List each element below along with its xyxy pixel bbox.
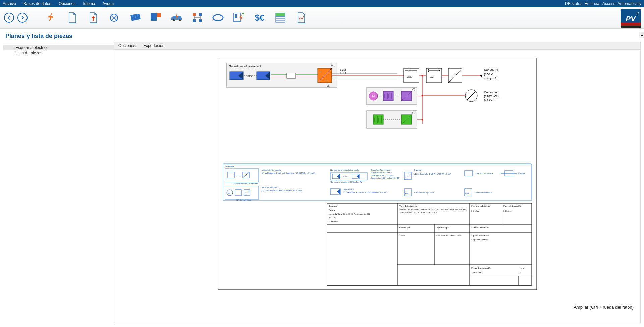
svg-text:Módulo PV: Módulo PV — [344, 188, 354, 190]
surface-title: Superficie fotovoltaica 1 — [229, 65, 261, 68]
svg-text:111321: 111321 — [329, 216, 336, 219]
shading-icon[interactable] — [107, 10, 121, 25]
diagram-canvas[interactable]: Superficie fotovoltaica 1 (1) 1 x 9 == 1… — [114, 50, 640, 312]
svg-rect-19 — [276, 16, 285, 22]
new-doc-icon[interactable] — [65, 10, 80, 25]
cable-loop-icon[interactable] — [211, 10, 225, 25]
svg-rect-16 — [235, 14, 237, 16]
svg-text:(1): (1) — [412, 111, 415, 114]
sub-toolbar: Opciones Exportación — [114, 42, 640, 50]
svg-rect-30 — [287, 73, 296, 78]
svg-rect-10 — [193, 13, 196, 16]
menu-ayuda[interactable]: Ayuda — [102, 1, 114, 6]
svg-text:Orientación 180°, Inclinación : Orientación 180°, Inclinación 30° — [371, 177, 400, 179]
load-doc-icon[interactable] — [86, 10, 101, 25]
svg-text:Consumo: Consumo — [484, 91, 497, 94]
ev-icon[interactable] — [169, 10, 184, 25]
svg-rect-6 — [151, 13, 157, 21]
svg-text:Contador reversible: Contador reversible — [475, 192, 492, 194]
svg-point-83 — [422, 119, 423, 121]
cabling-icon[interactable] — [190, 10, 205, 25]
page-title: Planes y lista de piezas — [0, 29, 644, 42]
svg-text:==: == — [320, 71, 322, 73]
svg-text:3,6 kWp: 3,6 kWp — [471, 209, 480, 212]
svg-text:Instalación de batería: Instalación de batería — [262, 169, 281, 171]
svg-text:Superficie fotovoltaica: Superficie fotovoltaica — [371, 169, 390, 171]
injection-meter: kWh — [404, 68, 419, 83]
svg-text:Creado por: Creado por — [399, 226, 410, 229]
svg-text:(1) Example, 200 Wp - Si polic: (1) Example, 200 Wp - Si policrystalline… — [344, 191, 387, 193]
svg-point-62 — [422, 95, 423, 97]
svg-text:N.º de vehículos: N.º de vehículos — [236, 199, 251, 201]
svg-text:Fecha de publicación: Fecha de publicación — [471, 267, 491, 269]
svg-text:M: M — [372, 94, 375, 98]
menu-bar: Archivo Bases de datos Opciones Idioma A… — [0, 0, 644, 7]
svg-text:Fases de inyección: Fases de inyección — [503, 205, 521, 207]
svg-text:(1) 1x Example, 22 kWh, 3700 k: (1) 1x Example, 22 kWh, 3700 kW, 21,6 kW… — [262, 189, 302, 191]
plans-icon[interactable] — [231, 10, 246, 25]
svg-text:1: 1 — [520, 271, 521, 274]
content-panel: Opciones Exportación Superficie fotovolt… — [114, 42, 641, 323]
svg-text:3-fásico: 3-fásico — [503, 209, 511, 212]
block-index-1: (1) — [331, 64, 334, 66]
svg-text:(1) 1x Example, 2 kW - AC Coup: (1) 1x Example, 2 kW - AC Coupling - 14,… — [262, 172, 315, 174]
svg-text:Solsta: Solsta — [329, 209, 335, 212]
tree-lista-piezas[interactable]: Lista de piezas — [3, 50, 114, 56]
svg-rect-17 — [235, 16, 237, 18]
load-symbol — [465, 90, 477, 102]
app-logo: pPV — [621, 9, 641, 28]
tree-esquema-electrico[interactable]: Esquema eléctrico — [3, 45, 114, 50]
svg-text:Inversor: Inversor — [414, 169, 422, 171]
svg-rect-13 — [199, 19, 202, 22]
subtool-opciones[interactable]: Opciones — [118, 43, 136, 48]
svg-text:13/08/2020: 13/08/2020 — [471, 271, 482, 274]
svg-text:(1): (1) — [412, 88, 415, 91]
svg-point-8 — [173, 19, 175, 21]
svg-text:Tipo de instalación: Tipo de instalación — [399, 205, 418, 207]
nav-forward-button[interactable] — [17, 13, 28, 23]
menu-bases-datos[interactable]: Bases de datos — [23, 1, 51, 6]
svg-text:(1) 1x Example, 1 MPP - 1700 W: (1) 1x Example, 1 MPP - 1700 W, 1,7 kW — [414, 173, 451, 175]
svg-rect-12 — [193, 19, 196, 22]
main-toolbar: $€ pPV — [0, 7, 644, 29]
results-icon[interactable] — [273, 10, 288, 25]
svg-text:(2287 kWh,: (2287 kWh, — [484, 95, 499, 98]
menu-opciones[interactable]: Opciones — [59, 1, 76, 6]
svg-rect-18 — [276, 13, 285, 16]
svg-text:Superficie fotovoltaica 1: Superficie fotovoltaica 1 — [371, 172, 392, 174]
svg-text:cos φ = 1): cos φ = 1) — [484, 77, 498, 80]
svg-text:(230 V,: (230 V, — [484, 73, 493, 76]
inverter-icon[interactable] — [148, 10, 163, 25]
nav-back-button[interactable] — [4, 13, 14, 23]
subtool-exportacion[interactable]: Exportación — [143, 43, 164, 48]
reversible-meter: kWh — [426, 68, 442, 83]
runner-icon[interactable] — [44, 10, 59, 25]
zoom-hint: Ampliar (Ctrl + rueda del ratón) — [574, 305, 634, 310]
svg-text:1 x L2: 1 x L2 — [340, 68, 346, 71]
svg-text:Hoja: Hoja — [520, 267, 525, 269]
collapse-right-pane-button[interactable]: ◂ — [639, 32, 644, 38]
svg-text:Dirección de la instalación: Dirección de la instalación — [436, 234, 462, 237]
menu-archivo[interactable]: Archivo — [3, 1, 16, 6]
finance-icon[interactable]: $€ — [252, 10, 267, 25]
svg-text:Colombia: Colombia — [329, 220, 339, 223]
svg-text:1∼: 1∼ — [326, 80, 328, 82]
svg-text:..A x X..: ..A x X.. — [342, 176, 349, 178]
svg-text:8,9 kW): 8,9 kW) — [484, 99, 494, 102]
svg-text:Esquema eléctrico: Esquema eléctrico — [471, 238, 489, 241]
svg-text:Leyenda: Leyenda — [225, 165, 234, 168]
svg-text:kWh: kWh — [465, 192, 469, 194]
svg-text:Empresa: Empresa — [329, 205, 337, 207]
report-icon[interactable] — [294, 10, 309, 25]
svg-text:kWh: kWh — [407, 76, 412, 78]
svg-text:Red de CA: Red de CA — [484, 68, 499, 72]
db-status: DB status: En línea | Access: Automatica… — [565, 1, 641, 6]
svg-text:Cantidad:  x Líneas x X Módulo: Cantidad: x Líneas x X Módulos PV — [330, 181, 362, 183]
svg-text:kWh: kWh — [405, 192, 409, 194]
svg-rect-11 — [199, 13, 202, 16]
electrical-diagram: Superficie fotovoltaica 1 (1) 1 x 9 == 1… — [216, 56, 538, 291]
menu-idioma[interactable]: Idioma — [83, 1, 95, 6]
svg-text:Vehículo eléctrico: Vehículo eléctrico — [262, 186, 278, 188]
pv-panel-icon[interactable] — [127, 10, 142, 25]
svg-text:N.º de sistemas de baterías: N.º de sistemas de baterías — [233, 182, 258, 184]
